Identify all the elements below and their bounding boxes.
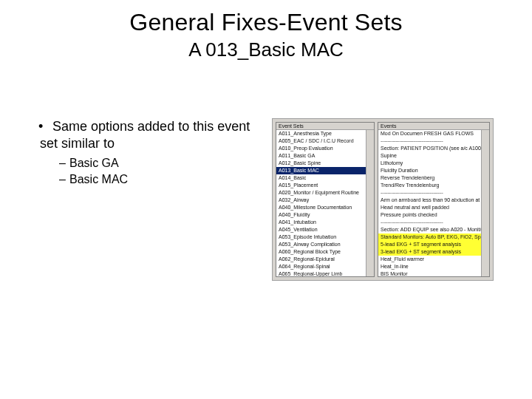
event-row[interactable]: Section: ADD EQUIP see also A020 - Monit…	[378, 226, 481, 233]
event-set-row[interactable]: A053_Airway Complication	[276, 241, 366, 248]
scrollbar[interactable]	[481, 130, 489, 276]
event-row[interactable]: Section: PATIENT POSITION (see a/c A100,…	[378, 145, 481, 152]
event-row[interactable]: Heat_Fluid warmer	[378, 256, 481, 263]
event-row[interactable]: BIS Monitor	[378, 270, 481, 276]
event-set-row[interactable]: A060_Regional Block Type	[276, 248, 366, 256]
event-row[interactable]: Pressure points checked	[378, 211, 481, 219]
event-row[interactable]: Head neutral and well padded	[378, 204, 481, 211]
event-set-row[interactable]: A065_Regional-Upper Limb	[276, 270, 366, 276]
event-set-row[interactable]: A062_Regional-Epidural	[276, 256, 366, 263]
slide-subtitle: A 013_Basic MAC	[0, 38, 532, 61]
event-set-row[interactable]: A032_Airway	[276, 197, 366, 204]
event-set-row[interactable]: A011_Anesthesia Type	[276, 130, 366, 137]
scrollbar[interactable]	[366, 130, 374, 276]
event-set-row[interactable]: A015_Placement	[276, 182, 366, 189]
event-set-row[interactable]: A040_Fluidity	[276, 211, 366, 219]
event-sets-list[interactable]: A011_Anesthesia TypeA005_EAC / SDC / I.C…	[276, 130, 366, 276]
divider-row: ----------------------------------------…	[378, 137, 481, 145]
event-row[interactable]: Supine	[378, 152, 481, 160]
event-set-row[interactable]: A053_Episode Intubation	[276, 233, 366, 241]
event-sets-header: Event Sets	[276, 123, 374, 130]
event-set-row[interactable]: A020_Monitor / Equipment Routine	[276, 189, 366, 197]
event-set-row[interactable]: A064_Regional-Spinal	[276, 263, 366, 270]
events-panel: Events Mod On Documen FRESH GAS FLOWS---…	[378, 122, 490, 277]
event-sets-panel: Event Sets A011_Anesthesia TypeA005_EAC …	[276, 122, 375, 277]
divider-row: ----------------------------------------…	[378, 219, 481, 226]
bullet-level1: Same options added to this event set sim…	[40, 119, 250, 151]
bullet-level2: Basic MAC	[61, 172, 262, 187]
event-set-row[interactable]: A011_Basic GA	[276, 152, 366, 160]
app-screenshot: Event Sets A011_Anesthesia TypeA005_EAC …	[272, 118, 494, 281]
event-row[interactable]: Fluidity Duration	[378, 167, 481, 174]
events-list[interactable]: Mod On Documen FRESH GAS FLOWS----------…	[378, 130, 481, 276]
body-text: Same options added to this event set sim…	[40, 118, 262, 188]
event-row[interactable]: 3-lead EKG + ST segment analysis	[378, 248, 481, 256]
event-row[interactable]: Lithotomy	[378, 160, 481, 167]
divider-row: ----------------------------------------…	[378, 189, 481, 197]
event-row[interactable]: Mod On Documen FRESH GAS FLOWS	[378, 130, 481, 137]
event-set-row[interactable]: A014_Basic	[276, 174, 366, 182]
event-set-row[interactable]: A010_Preop Evaluation	[276, 145, 366, 152]
event-row[interactable]: 5-lead EKG + ST segment analysis	[378, 241, 481, 248]
event-row[interactable]: Arm on armboard less than 90 abduction a…	[378, 197, 481, 204]
slide-title: General Fixes-Event Sets	[0, 9, 532, 36]
event-row[interactable]: Standard Monitors: Auto BP, EKG, FiO2, S…	[378, 233, 481, 241]
event-row[interactable]: Trend/Rev Trendelenburg	[378, 182, 481, 189]
events-header: Events	[378, 123, 489, 130]
event-set-row[interactable]: A013_Basic MAC	[276, 167, 366, 174]
event-set-row[interactable]: A041_Intubation	[276, 219, 366, 226]
event-set-row[interactable]: A045_Ventilation	[276, 226, 366, 233]
event-set-row[interactable]: A005_EAC / SDC / I.C.U Record	[276, 137, 366, 145]
event-row[interactable]: Reverse Trendelenberg	[378, 174, 481, 182]
bullet-level2: Basic GA	[61, 156, 262, 171]
event-row[interactable]: Heat_In-line	[378, 263, 481, 270]
event-set-row[interactable]: A040_Milestone Documentation	[276, 204, 366, 211]
event-set-row[interactable]: A012_Basic Spine	[276, 160, 366, 167]
